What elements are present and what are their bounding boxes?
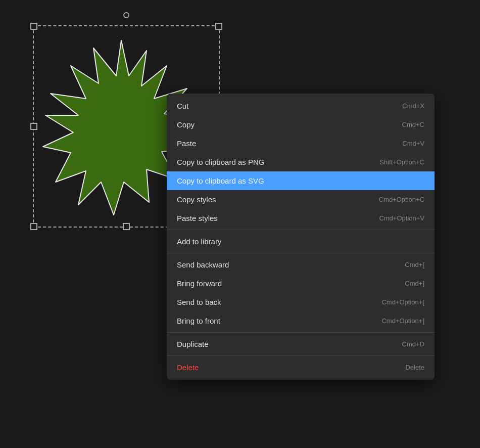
menu-item-copy-png[interactable]: Copy to clipboard as PNGShift+Option+C	[167, 153, 435, 171]
menu-item-copy[interactable]: CopyCmd+C	[167, 115, 435, 134]
menu-item-shortcut-cut: Cmd+X	[402, 102, 424, 110]
menu-item-label-bring-front: Bring to front	[177, 317, 220, 325]
menu-item-bring-forward[interactable]: Bring forwardCmd+]	[167, 274, 435, 293]
menu-item-label-bring-forward: Bring forward	[177, 279, 222, 288]
menu-item-copy-styles[interactable]: Copy stylesCmd+Option+C	[167, 190, 435, 209]
menu-item-shortcut-bring-forward: Cmd+]	[405, 280, 424, 287]
menu-item-label-send-back: Send to back	[177, 298, 221, 306]
menu-item-shortcut-copy-png: Shift+Option+C	[379, 158, 424, 166]
menu-item-shortcut-delete: Delete	[405, 364, 424, 371]
menu-item-label-copy-svg: Copy to clipboard as SVG	[177, 176, 264, 185]
menu-item-label-send-backward: Send backward	[177, 260, 229, 269]
context-menu: CutCmd+XCopyCmd+CPasteCmd+VCopy to clipb…	[167, 94, 435, 380]
menu-item-label-add-library: Add to library	[177, 237, 221, 246]
handle-middle-left[interactable]	[30, 123, 37, 130]
handle-bottom-left[interactable]	[30, 223, 37, 230]
menu-divider-1	[167, 230, 435, 230]
menu-item-shortcut-duplicate: Cmd+D	[402, 340, 424, 348]
menu-item-shortcut-send-backward: Cmd+[	[405, 261, 424, 268]
menu-item-label-paste-styles: Paste styles	[177, 214, 218, 222]
handle-top-left[interactable]	[30, 23, 37, 30]
menu-item-shortcut-send-back: Cmd+Option+[	[381, 298, 424, 306]
menu-item-label-delete: Delete	[177, 363, 199, 372]
menu-divider-3	[167, 332, 435, 333]
menu-item-shortcut-copy-styles: Cmd+Option+C	[379, 196, 424, 203]
menu-item-shortcut-bring-front: Cmd+Option+]	[381, 317, 424, 325]
menu-item-duplicate[interactable]: DuplicateCmd+D	[167, 335, 435, 353]
menu-divider-4	[167, 355, 435, 356]
menu-item-label-copy: Copy	[177, 120, 195, 129]
menu-item-label-duplicate: Duplicate	[177, 340, 209, 348]
menu-item-delete[interactable]: DeleteDelete	[167, 358, 435, 377]
menu-item-shortcut-copy: Cmd+C	[402, 121, 424, 128]
rotation-handle[interactable]	[123, 12, 129, 18]
menu-item-send-back[interactable]: Send to backCmd+Option+[	[167, 293, 435, 311]
menu-item-add-library[interactable]: Add to library	[167, 232, 435, 251]
menu-item-cut[interactable]: CutCmd+X	[167, 97, 435, 115]
menu-item-label-copy-styles: Copy styles	[177, 195, 216, 204]
menu-item-label-paste: Paste	[177, 139, 196, 148]
handle-top-right[interactable]	[215, 23, 222, 30]
menu-item-bring-front[interactable]: Bring to frontCmd+Option+]	[167, 311, 435, 330]
handle-bottom-middle[interactable]	[123, 223, 130, 230]
menu-item-paste[interactable]: PasteCmd+V	[167, 134, 435, 153]
menu-item-shortcut-paste: Cmd+V	[402, 140, 424, 147]
menu-item-copy-svg[interactable]: Copy to clipboard as SVG	[167, 171, 435, 190]
menu-item-send-backward[interactable]: Send backwardCmd+[	[167, 255, 435, 274]
menu-item-label-copy-png: Copy to clipboard as PNG	[177, 158, 264, 166]
menu-item-label-cut: Cut	[177, 102, 188, 110]
canvas: CutCmd+XCopyCmd+CPasteCmd+VCopy to clipb…	[0, 0, 480, 448]
menu-divider-2	[167, 253, 435, 253]
menu-item-paste-styles[interactable]: Paste stylesCmd+Option+V	[167, 209, 435, 228]
menu-item-shortcut-paste-styles: Cmd+Option+V	[379, 214, 424, 222]
